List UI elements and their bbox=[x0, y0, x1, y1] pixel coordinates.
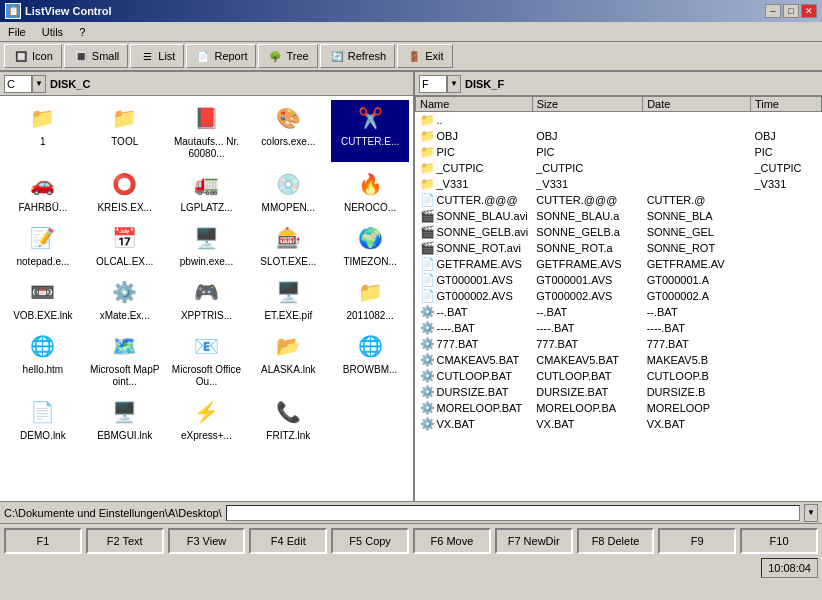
left-icon-item[interactable]: 🖥️EBMGUI.lnk bbox=[86, 394, 164, 444]
f1-button[interactable]: F1 bbox=[4, 528, 82, 554]
left-icon-item[interactable]: 🚛LGPLATZ... bbox=[168, 166, 246, 216]
left-icon-item[interactable]: 📁2011082... bbox=[331, 274, 409, 324]
left-icon-item[interactable]: 📧Microsoft Office Ou... bbox=[168, 328, 246, 390]
left-icon-item[interactable]: ⚙️xMate.Ex... bbox=[86, 274, 164, 324]
f10-button[interactable]: F10 bbox=[740, 528, 818, 554]
left-icon-item[interactable]: 📼VOB.EXE.lnk bbox=[4, 274, 82, 324]
table-row[interactable]: 🎬 SONNE_GELB.aviSONNE_GELB.aSONNE_GEL bbox=[416, 224, 822, 240]
file-size-cell: _V331 bbox=[532, 176, 642, 192]
table-row[interactable]: 📄 CUTTER.@@@CUTTER.@@@CUTTER.@ bbox=[416, 192, 822, 208]
left-icon-item[interactable]: 🔥NEROCO... bbox=[331, 166, 409, 216]
table-row[interactable]: 📁 .. bbox=[416, 112, 822, 129]
left-icon-item[interactable]: 🗺️Microsoft MapPoint... bbox=[86, 328, 164, 390]
left-panel-content: 📁1📁TOOL📕Mautaufs... Nr. 60080...🎨colors.… bbox=[0, 96, 413, 501]
left-drive-arrow[interactable]: ▼ bbox=[32, 75, 46, 93]
table-row[interactable]: ⚙️ CUTLOOP.BATCUTLOOP.BATCUTLOOP.B bbox=[416, 368, 822, 384]
file-name-cell: 📁 PIC bbox=[416, 144, 533, 160]
clock-display: 10:08:04 bbox=[761, 558, 818, 578]
f4-edit-button[interactable]: F4 Edit bbox=[249, 528, 327, 554]
left-icon-item[interactable]: 🎰SLOT.EXE... bbox=[249, 220, 327, 270]
col-name[interactable]: Name bbox=[416, 97, 533, 112]
left-icon-item[interactable]: 🌐hello.htm bbox=[4, 328, 82, 390]
left-icon-item[interactable]: ⚡eXpress+... bbox=[168, 394, 246, 444]
col-time[interactable]: Time bbox=[750, 97, 821, 112]
left-icon-item[interactable]: 📄DEMO.lnk bbox=[4, 394, 82, 444]
left-icon-item[interactable]: 🌐BROWBM... bbox=[331, 328, 409, 390]
left-drive-input[interactable] bbox=[4, 75, 32, 93]
menu-utils[interactable]: Utils bbox=[38, 25, 67, 39]
table-row[interactable]: 📁 _V331_V331_V331 bbox=[416, 176, 822, 192]
file-size-cell: 777.BAT bbox=[532, 336, 642, 352]
close-button[interactable]: ✕ bbox=[801, 4, 817, 18]
f2-text-button[interactable]: F2 Text bbox=[86, 528, 164, 554]
toolbar-refresh-btn[interactable]: 🔄 Refresh bbox=[320, 44, 396, 68]
table-row[interactable]: 📄 GT000001.AVSGT000001.AVSGT000001.A bbox=[416, 272, 822, 288]
left-icon-item[interactable]: 🚗FAHRBÜ... bbox=[4, 166, 82, 216]
left-icon-item[interactable]: 📅OLCAL.EX... bbox=[86, 220, 164, 270]
left-icon-item[interactable]: ⭕KREIS.EX... bbox=[86, 166, 164, 216]
menu-file[interactable]: File bbox=[4, 25, 30, 39]
f8-delete-button[interactable]: F8 Delete bbox=[577, 528, 655, 554]
right-drive-arrow[interactable]: ▼ bbox=[447, 75, 461, 93]
toolbar-exit-btn[interactable]: 🚪 Exit bbox=[397, 44, 452, 68]
left-icon-item[interactable]: 📕Mautaufs... Nr. 60080... bbox=[168, 100, 246, 162]
left-icon-item[interactable]: 📞FRITZ.lnk bbox=[249, 394, 327, 444]
left-icon-item[interactable]: ✂️CUTTER.E... bbox=[331, 100, 409, 162]
file-date-cell: ----.BAT bbox=[643, 320, 751, 336]
table-row[interactable]: 📁 _CUTPIC_CUTPIC_CUTPIC bbox=[416, 160, 822, 176]
left-icon-item[interactable]: 💿MMOPEN... bbox=[249, 166, 327, 216]
toolbar-small-btn[interactable]: 🔳 Small bbox=[64, 44, 129, 68]
icon-label: 1 bbox=[40, 136, 46, 148]
right-drive-input[interactable] bbox=[419, 75, 447, 93]
table-row[interactable]: 📁 PICPICPIC bbox=[416, 144, 822, 160]
left-icon-item[interactable]: 📁1 bbox=[4, 100, 82, 162]
table-row[interactable]: ⚙️ --.BAT--.BAT--.BAT bbox=[416, 304, 822, 320]
table-row[interactable]: 🎬 SONNE_ROT.aviSONNE_ROT.aSONNE_ROT bbox=[416, 240, 822, 256]
icon-label: MMOPEN... bbox=[262, 202, 315, 214]
menu-help[interactable]: ? bbox=[75, 25, 89, 39]
left-icon-item[interactable]: 🖥️ET.EXE.pif bbox=[249, 274, 327, 324]
table-row[interactable]: ⚙️ VX.BATVX.BATVX.BAT bbox=[416, 416, 822, 432]
table-row[interactable]: ⚙️ DURSIZE.BATDURSIZE.BATDURSIZE.B bbox=[416, 384, 822, 400]
path-combo-arrow[interactable]: ▼ bbox=[804, 504, 818, 522]
f7-newdir-button[interactable]: F7 NewDir bbox=[495, 528, 573, 554]
left-icon-item[interactable]: 🎮XPPTRIS... bbox=[168, 274, 246, 324]
f5-copy-button[interactable]: F5 Copy bbox=[331, 528, 409, 554]
toolbar-list-btn[interactable]: ☰ List bbox=[130, 44, 184, 68]
table-row[interactable]: 📄 GETFRAME.AVSGETFRAME.AVSGETFRAME.AV bbox=[416, 256, 822, 272]
maximize-button[interactable]: □ bbox=[783, 4, 799, 18]
left-drive-combo[interactable]: ▼ bbox=[4, 75, 46, 93]
minimize-button[interactable]: – bbox=[765, 4, 781, 18]
f6-move-button[interactable]: F6 Move bbox=[413, 528, 491, 554]
table-row[interactable]: ⚙️ 777.BAT777.BAT777.BAT bbox=[416, 336, 822, 352]
left-icon-item[interactable]: 📝notepad.e... bbox=[4, 220, 82, 270]
table-row[interactable]: 📄 GT000002.AVSGT000002.AVSGT000002.A bbox=[416, 288, 822, 304]
table-row[interactable]: 📁 OBJOBJOBJ bbox=[416, 128, 822, 144]
table-row[interactable]: 🎬 SONNE_BLAU.aviSONNE_BLAU.aSONNE_BLA bbox=[416, 208, 822, 224]
file-size-cell: OBJ bbox=[532, 128, 642, 144]
left-icon-item[interactable]: 🖥️pbwin.exe... bbox=[168, 220, 246, 270]
file-time-cell: _CUTPIC bbox=[750, 160, 821, 176]
file-date-cell: DURSIZE.B bbox=[643, 384, 751, 400]
right-drive-combo[interactable]: ▼ bbox=[419, 75, 461, 93]
main-area: ▼ DISK_C 📁1📁TOOL📕Mautaufs... Nr. 60080..… bbox=[0, 72, 822, 502]
file-time-cell: PIC bbox=[750, 144, 821, 160]
file-time-cell bbox=[750, 304, 821, 320]
f9-button[interactable]: F9 bbox=[658, 528, 736, 554]
left-icon-item[interactable]: 📂ALASKA.lnk bbox=[249, 328, 327, 390]
toolbar-icon-btn[interactable]: 🔲 Icon bbox=[4, 44, 62, 68]
left-icon-item[interactable]: 📁TOOL bbox=[86, 100, 164, 162]
left-icon-item[interactable]: 🎨colors.exe... bbox=[249, 100, 327, 162]
table-row[interactable]: ⚙️ MORELOOP.BATMORELOOP.BAMORELOOP bbox=[416, 400, 822, 416]
f3-view-button[interactable]: F3 View bbox=[168, 528, 246, 554]
left-icon-item[interactable]: 🌍TIMEZON... bbox=[331, 220, 409, 270]
toolbar-report-btn[interactable]: 📄 Report bbox=[186, 44, 256, 68]
toolbar-tree-btn[interactable]: 🌳 Tree bbox=[258, 44, 317, 68]
table-row[interactable]: ⚙️ ----.BAT----.BAT----.BAT bbox=[416, 320, 822, 336]
col-size[interactable]: Size bbox=[532, 97, 642, 112]
col-date[interactable]: Date bbox=[643, 97, 751, 112]
table-row[interactable]: ⚙️ CMAKEAV5.BATCMAKEAV5.BATMAKEAV5.B bbox=[416, 352, 822, 368]
right-list-view[interactable]: Name Size Date Time 📁 ..📁 OBJOBJOBJ📁 PIC… bbox=[415, 96, 822, 501]
path-input[interactable] bbox=[226, 505, 800, 521]
file-time-cell bbox=[750, 288, 821, 304]
